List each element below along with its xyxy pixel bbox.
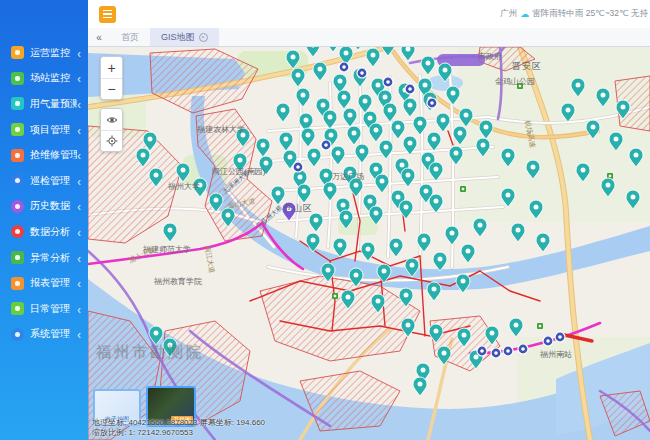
map-pin-teal[interactable] xyxy=(383,103,397,122)
map-pin-teal[interactable] xyxy=(163,223,177,242)
map-pin-teal[interactable] xyxy=(445,226,459,245)
sidebar-item-label: 异常分析 xyxy=(30,251,77,265)
history-data-icon xyxy=(11,200,24,213)
zoom-out-button[interactable]: − xyxy=(101,78,122,99)
sidebar-item-6[interactable]: 历史数据‹ xyxy=(0,194,88,220)
map-pin-teal[interactable] xyxy=(389,238,403,257)
map-pin-teal[interactable] xyxy=(351,47,365,50)
hamburger-menu-button[interactable] xyxy=(99,6,116,23)
map-pin-teal[interactable] xyxy=(413,116,427,135)
map-pin-teal[interactable] xyxy=(536,233,550,252)
map-pin-teal[interactable] xyxy=(433,252,447,271)
tab-home-label: 首页 xyxy=(121,31,139,44)
sidebar-item-8[interactable]: 异常分析‹ xyxy=(0,245,88,271)
map-marker-blue[interactable] xyxy=(383,77,393,87)
map-marker-blue[interactable] xyxy=(357,68,367,78)
sidebar-item-label: 日常管理 xyxy=(30,302,77,316)
sidebar-item-9[interactable]: 报表管理‹ xyxy=(0,270,88,296)
map-pin-teal[interactable] xyxy=(421,56,435,75)
collapse-tabs-icon[interactable]: « xyxy=(88,28,110,46)
map-pin-teal[interactable] xyxy=(511,223,525,242)
zoom-in-button[interactable]: + xyxy=(101,57,122,78)
map-pin-teal[interactable] xyxy=(326,47,340,52)
map-marker-blue[interactable] xyxy=(477,346,487,356)
tab-gis-map-label: GIS地图 xyxy=(161,31,195,44)
map-pin-teal[interactable] xyxy=(446,86,460,105)
overview-eye-button[interactable] xyxy=(101,109,122,130)
sidebar-item-7[interactable]: 数据分析‹ xyxy=(0,219,88,245)
map-pin-teal[interactable] xyxy=(473,218,487,237)
map-pin-teal[interactable] xyxy=(436,113,450,132)
tab-close-icon[interactable]: × xyxy=(199,33,208,42)
sidebar-item-0[interactable]: 运营监控‹ xyxy=(0,40,88,66)
gis-map-canvas[interactable]: 福建农林大学福州大学福建师范大学福州教育学院闽江公园(南园)万达广场金鸡山公园市… xyxy=(88,47,650,440)
map-pin-teal[interactable] xyxy=(399,200,413,219)
map-svg: 福建农林大学福州大学福建师范大学福州教育学院闽江公园(南园)万达广场金鸡山公园市… xyxy=(88,47,650,440)
map-label: 仓山区 xyxy=(283,203,313,213)
map-pin-teal[interactable] xyxy=(401,47,415,61)
map-pin-teal[interactable] xyxy=(413,377,427,396)
sidebar-item-3[interactable]: 项目管理‹ xyxy=(0,117,88,143)
map-pin-teal[interactable] xyxy=(333,238,347,257)
poi-green-icon xyxy=(332,293,338,299)
map-pin-teal[interactable] xyxy=(391,120,405,139)
sidebar-menu: 运营监控‹场站监控‹用气量预测‹项目管理‹抢维修管理‹巡检管理‹历史数据‹数据分… xyxy=(0,40,88,347)
sidebar-item-10[interactable]: 日常管理‹ xyxy=(0,296,88,322)
map-marker-blue[interactable] xyxy=(293,162,303,172)
map-pin-teal[interactable] xyxy=(279,132,293,151)
map-pin-teal[interactable] xyxy=(296,88,310,107)
map-pin-teal[interactable] xyxy=(301,128,315,147)
sidebar-item-1[interactable]: 场站监控‹ xyxy=(0,66,88,92)
map-pin-teal[interactable] xyxy=(375,174,389,193)
sidebar-item-label: 抢维修管理 xyxy=(30,148,77,162)
map-marker-blue[interactable] xyxy=(555,332,565,342)
sidebar-item-5[interactable]: 巡检管理‹ xyxy=(0,168,88,194)
map-marker-blue[interactable] xyxy=(543,336,553,346)
map-marker-blue[interactable] xyxy=(427,98,437,108)
map-label: 万达广场 xyxy=(332,172,364,181)
sidebar-item-11[interactable]: 系统管理‹ xyxy=(0,322,88,348)
map-pin-teal[interactable] xyxy=(307,148,321,167)
chevron-left-icon: ‹ xyxy=(77,148,81,162)
map-pin-teal[interactable] xyxy=(355,144,369,163)
repair-mgmt-icon xyxy=(11,149,24,162)
map-pin-teal[interactable] xyxy=(427,282,441,301)
map-pin-teal[interactable] xyxy=(306,47,320,57)
map-pin-teal[interactable] xyxy=(456,274,470,293)
map-pin-teal[interactable] xyxy=(427,132,441,151)
chevron-left-icon: ‹ xyxy=(77,122,81,136)
map-pin-teal[interactable] xyxy=(369,123,383,142)
map-pin-teal[interactable] xyxy=(276,103,290,122)
anomaly-analysis-icon xyxy=(11,251,24,264)
map-pin-teal[interactable] xyxy=(323,182,337,201)
locate-button[interactable] xyxy=(101,130,122,151)
city-label: 广州 xyxy=(500,8,517,20)
map-pin-teal[interactable] xyxy=(366,48,380,67)
map-pin-teal[interactable] xyxy=(256,138,270,157)
screen-coord-value: 194.660 xyxy=(236,418,265,427)
sidebar-item-4[interactable]: 抢维修管理‹ xyxy=(0,142,88,168)
sidebar-item-label: 运营监控 xyxy=(30,46,77,60)
sidebar-item-2[interactable]: 用气量预测‹ xyxy=(0,91,88,117)
map-pin-teal[interactable] xyxy=(291,68,305,87)
zoom-control: + − xyxy=(100,56,123,100)
map-label: 福建农林大学 xyxy=(196,125,245,134)
map-marker-blue[interactable] xyxy=(518,344,528,354)
top-header: 广州 ☁ 雷阵雨转中雨 25℃~32℃ 无持 xyxy=(88,0,650,28)
map-pin-teal[interactable] xyxy=(313,62,327,81)
map-pin-teal[interactable] xyxy=(309,213,323,232)
map-pin-teal[interactable] xyxy=(337,90,351,109)
map-pin-teal[interactable] xyxy=(509,318,523,337)
map-marker-blue[interactable] xyxy=(405,84,415,94)
map-label: 金鸡山公园 xyxy=(494,77,535,86)
map-marker-blue[interactable] xyxy=(491,348,501,358)
tab-home[interactable]: 首页 xyxy=(110,28,150,46)
map-marker-blue[interactable] xyxy=(503,346,513,356)
map-pin-teal[interactable] xyxy=(403,98,417,117)
data-analysis-icon xyxy=(11,225,24,238)
map-pin-teal[interactable] xyxy=(429,162,443,181)
map-marker-blue[interactable] xyxy=(321,140,331,150)
map-pin-teal[interactable] xyxy=(461,244,475,263)
map-marker-blue[interactable] xyxy=(339,62,349,72)
tab-gis-map[interactable]: GIS地图 × xyxy=(150,28,219,46)
